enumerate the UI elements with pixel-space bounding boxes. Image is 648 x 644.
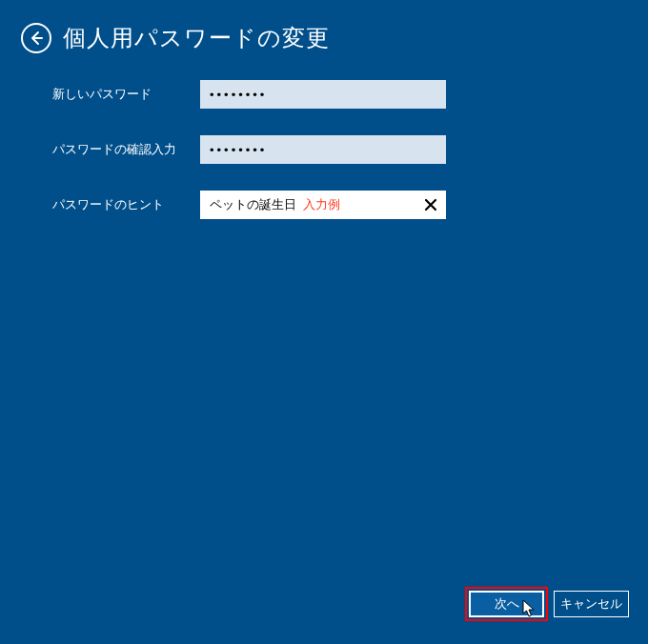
password-form: 新しいパスワード パスワードの確認入力 パスワードのヒント 入力例: [0, 53, 648, 219]
hint-label: パスワードのヒント: [52, 196, 200, 213]
next-button[interactable]: 次へ: [469, 591, 544, 617]
clear-hint-button[interactable]: [415, 191, 446, 219]
close-icon: [424, 198, 437, 211]
confirm-password-label: パスワードの確認入力: [52, 141, 200, 158]
back-button[interactable]: [21, 23, 51, 53]
page-title: 個人用パスワードの変更: [63, 23, 330, 53]
new-password-label: 新しいパスワード: [52, 86, 200, 103]
new-password-input[interactable]: [200, 80, 446, 109]
cancel-button[interactable]: キャンセル: [554, 591, 629, 617]
hint-input[interactable]: [200, 191, 446, 219]
arrow-left-icon: [29, 30, 44, 46]
confirm-password-input[interactable]: [200, 135, 446, 164]
